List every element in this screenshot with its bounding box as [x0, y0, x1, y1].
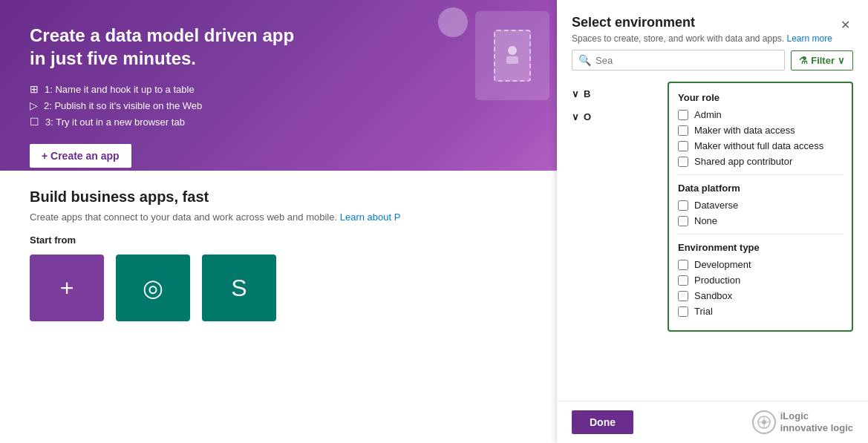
production-checkbox[interactable] — [678, 275, 688, 286]
admin-label: Admin — [694, 109, 722, 120]
filter-option-dataverse[interactable]: Dataverse — [678, 200, 843, 211]
browser-icon: ☐ — [30, 116, 39, 128]
filter-option-development[interactable]: Development — [678, 259, 843, 270]
svg-rect-1 — [506, 56, 518, 64]
development-checkbox[interactable] — [678, 260, 688, 270]
filter-option-trial[interactable]: Trial — [678, 306, 843, 317]
hero-step-2: ▷ 2: Publish it so it's visible on the W… — [30, 99, 527, 111]
build-title: Build business apps, fast — [30, 188, 527, 206]
data-platform-title: Data platform — [678, 183, 843, 194]
logo-tagline: innovative logic — [780, 422, 853, 434]
env-type-title: Environment type — [678, 242, 843, 253]
development-label: Development — [694, 259, 751, 270]
chevron-down-icon-2: ∨ — [572, 111, 579, 122]
hero-avatar — [438, 7, 468, 37]
trial-label: Trial — [694, 306, 713, 317]
footer-logo: iLogic innovative logic — [752, 410, 853, 434]
app-cards-row: + ◎ S — [30, 255, 527, 321]
panel-header: Select environment Spaces to create, sto… — [557, 0, 868, 50]
start-from-label: Start from — [30, 234, 527, 246]
env-group-b-label: B — [584, 88, 590, 99]
panel-footer: Done iLogic innovative logic — [557, 401, 868, 443]
hero-title: Create a data model driven app in just f… — [30, 24, 312, 70]
panel-title: Select environment — [572, 15, 832, 30]
filter-option-maker-data[interactable]: Maker with data access — [678, 125, 843, 136]
app-icon-3: S — [231, 275, 247, 302]
search-input[interactable] — [595, 55, 778, 66]
env-group-o-label: O — [584, 111, 591, 122]
none-platform-label: None — [694, 215, 717, 226]
sandbox-checkbox[interactable] — [678, 291, 688, 301]
dataverse-checkbox[interactable] — [678, 200, 688, 211]
app-card-3[interactable]: S — [202, 255, 276, 321]
learn-about-link[interactable]: Learn about P — [340, 211, 401, 223]
grid-icon: ⊞ — [30, 83, 39, 95]
plus-icon: + — [60, 275, 74, 302]
svg-point-0 — [508, 46, 517, 55]
your-role-title: Your role — [678, 92, 843, 103]
shared-app-checkbox[interactable] — [678, 157, 688, 167]
filter-button[interactable]: ⚗ Filter ∨ — [791, 50, 853, 70]
filter-option-production[interactable]: Production — [678, 275, 843, 286]
hero-banner: Create a data model driven app in just f… — [0, 0, 557, 171]
maker-without-data-label: Maker without full data access — [694, 140, 823, 151]
maker-with-data-label: Maker with data access — [694, 125, 795, 136]
trial-checkbox[interactable] — [678, 306, 688, 317]
panel-search-row: 🔍 ⚗ Filter ∨ — [557, 50, 868, 76]
main-content: Create a data model driven app in just f… — [0, 0, 557, 443]
search-box: 🔍 — [572, 50, 785, 70]
hero-step-3: ☐ 3: Try it out in a new browser tab — [30, 116, 527, 128]
filter-dropdown: Your role Admin Maker with data access M… — [668, 82, 853, 332]
separator-1 — [678, 174, 843, 175]
filter-label: Filter — [811, 55, 835, 66]
maker-with-data-checkbox[interactable] — [678, 125, 688, 136]
close-panel-button[interactable]: ✕ — [838, 15, 853, 35]
hero-step-1: ⊞ 1: Name it and hook it up to a table — [30, 83, 527, 95]
filter-icon: ⚗ — [799, 55, 808, 66]
environment-panel: Select environment Spaces to create, sto… — [557, 0, 868, 443]
build-desc: Create apps that connect to your data an… — [30, 211, 527, 223]
dataverse-label: Dataverse — [694, 200, 738, 211]
search-icon: 🔍 — [578, 54, 591, 66]
filter-option-shared-app[interactable]: Shared app contributor — [678, 156, 843, 167]
chevron-down-icon: ∨ — [838, 55, 845, 66]
separator-2 — [678, 234, 843, 234]
app-icon-2: ◎ — [143, 274, 163, 302]
maker-without-data-checkbox[interactable] — [678, 141, 688, 151]
production-label: Production — [694, 275, 740, 286]
panel-subtitle: Spaces to create, store, and work with d… — [572, 33, 832, 44]
app-card-2[interactable]: ◎ — [116, 255, 190, 321]
filter-option-maker-no-data[interactable]: Maker without full data access — [678, 140, 843, 151]
play-icon: ▷ — [30, 99, 38, 111]
chevron-down-icon: ∨ — [572, 88, 579, 99]
filter-option-admin[interactable]: Admin — [678, 109, 843, 120]
shared-app-label: Shared app contributor — [694, 156, 792, 167]
filter-option-sandbox[interactable]: Sandbox — [678, 290, 843, 301]
build-section: Build business apps, fast Create apps th… — [0, 171, 557, 339]
none-platform-checkbox[interactable] — [678, 216, 688, 226]
filter-option-none[interactable]: None — [678, 215, 843, 226]
admin-checkbox[interactable] — [678, 110, 688, 120]
sandbox-label: Sandbox — [694, 290, 732, 301]
hero-graphic — [475, 11, 549, 100]
logo-icon — [752, 410, 776, 434]
create-app-button[interactable]: + Create an app — [30, 144, 131, 168]
logo-text: iLogic innovative logic — [780, 410, 853, 433]
done-button[interactable]: Done — [572, 410, 633, 434]
logo-brand: iLogic — [780, 410, 853, 422]
app-card-plus[interactable]: + — [30, 255, 104, 321]
learn-more-link[interactable]: Learn more — [787, 33, 832, 44]
hero-steps: ⊞ 1: Name it and hook it up to a table ▷… — [30, 83, 527, 128]
